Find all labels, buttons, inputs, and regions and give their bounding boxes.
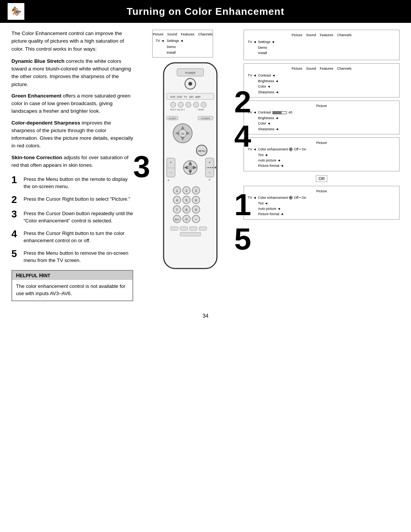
header-icon: 🏇 (8, 3, 24, 20)
svg-text:P: P (209, 179, 211, 181)
intro-paragraph: The Color Enhancement control can improv… (11, 30, 133, 53)
svg-text:+: + (170, 160, 172, 165)
svg-text:AMP: AMP (195, 96, 201, 98)
svg-text:6: 6 (195, 198, 197, 202)
right-column: 2 4 3 1 5 PictureSoundFeaturesChannels T… (141, 30, 400, 301)
svg-text:INPUT: INPUT (170, 109, 177, 111)
step-1: 1 Press the Menu button on the remote to… (11, 174, 133, 190)
svg-rect-76 (199, 227, 207, 230)
svg-text:2: 2 (185, 189, 187, 193)
svg-text:DEMO: DEMO (198, 109, 204, 111)
or-divider: OR (316, 175, 327, 182)
steps-section: 1 Press the Menu button on the remote to… (11, 174, 133, 264)
svg-rect-77 (180, 232, 201, 236)
svg-point-43 (188, 165, 193, 170)
diagram-1-body: TV ◄ Settings ◄ Demo Install (156, 38, 210, 56)
big-number-3: 3 (133, 152, 150, 182)
big-number-2: 2 (234, 87, 252, 117)
svg-text:−: − (209, 171, 211, 175)
main-content: The Color Enhancement control can improv… (0, 30, 411, 301)
svg-text:5: 5 (185, 198, 187, 202)
svg-text:0: 0 (185, 217, 187, 221)
page-header: 🏇 Turning on Color Enhancement (0, 0, 411, 23)
left-column: The Color Enhancement control can improv… (11, 30, 133, 301)
step-5-number: 5 (11, 248, 20, 259)
hint-text: The color enhancement control is not ava… (12, 280, 132, 300)
step-2: 2 Press the Cursor Right button to selec… (11, 194, 133, 205)
svg-point-13 (178, 102, 183, 107)
svg-text:−: − (195, 217, 197, 221)
svg-text:SLEEP: SLEEP (169, 117, 176, 120)
svg-text:DVD: DVD (177, 96, 182, 98)
svg-point-15 (193, 102, 199, 107)
remote-wrapper: 2 4 3 1 5 PictureSoundFeaturesChannels T… (141, 30, 240, 301)
svg-text:9: 9 (195, 208, 197, 212)
step-4: 4 Press the Cursor Right button to turn … (11, 228, 133, 244)
feature-dynamic-blue: Dynamic Blue Stretch corrects the white … (11, 58, 133, 88)
svg-text:7: 7 (176, 208, 178, 212)
feature-green-enhancement: Green Enhancement offers a more saturate… (11, 92, 133, 115)
svg-point-14 (186, 102, 191, 107)
diagram-step3: Picture TV ◄ Contrast 40 Brightness ◄ Co… (244, 101, 400, 134)
svg-text:OK: OK (181, 133, 185, 135)
svg-text:+: + (209, 160, 211, 165)
diagram-step4b: Picture TV ◄ Color enhancement Off • On … (244, 186, 400, 220)
diagram-step1: PictureSoundFeaturesChannels TV ◄ Settin… (244, 30, 400, 60)
step-2-number: 2 (11, 194, 20, 205)
step-5-text: Press the Menu button to remove the on-s… (24, 248, 133, 264)
big-number-4: 4 (234, 121, 252, 152)
svg-rect-75 (190, 227, 197, 230)
svg-text:VCR: VCR (170, 96, 175, 98)
svg-point-5 (188, 82, 192, 86)
hint-box: HELPFUL HINT The color enhancement contr… (11, 270, 133, 301)
big-number-1: 1 (234, 190, 252, 220)
feature-color-sharpness: Color-dependent Sharpness improves the s… (11, 119, 133, 150)
svg-point-12 (170, 102, 176, 107)
svg-text:1: 1 (176, 189, 178, 193)
svg-text:◄: ◄ (167, 179, 169, 181)
svg-text:4: 4 (176, 198, 178, 202)
svg-text:SELECT: SELECT (177, 109, 185, 111)
diagram-1: PictureSoundFeaturesChannels TV ◄ Settin… (152, 30, 213, 58)
svg-text:POWER: POWER (185, 72, 195, 74)
diagram-step4a: Picture TV ◄ Color enhancement Off • On … (244, 137, 400, 171)
diagram-1-header: PictureSoundFeaturesChannels (156, 32, 210, 37)
step-4-text: Press the Cursor Right button to turn th… (24, 228, 133, 244)
hint-title: HELPFUL HINT (12, 271, 132, 280)
big-number-5: 5 (234, 224, 252, 254)
svg-rect-73 (170, 227, 178, 230)
diagram-step2: PictureSoundFeaturesChannels TV ◄ Contra… (244, 63, 400, 97)
menu-diagrams: PictureSoundFeaturesChannels TV ◄ Settin… (244, 30, 400, 301)
svg-point-16 (201, 102, 206, 107)
step-3: 3 Press the Cursor Down button repeatedl… (11, 209, 133, 225)
svg-text:MENU: MENU (198, 150, 206, 152)
remote-control-svg: POWER VCR DVD TV SAT AMP INPUT S (152, 59, 228, 272)
svg-text:AV+: AV+ (175, 218, 179, 221)
step-3-number: 3 (11, 209, 20, 220)
step-1-number: 1 (11, 174, 20, 185)
svg-text:8: 8 (185, 208, 187, 212)
step-4-number: 4 (11, 228, 20, 240)
page-title: Turning on Color Enhancement (30, 6, 381, 18)
svg-rect-74 (180, 227, 188, 230)
svg-text:−: − (170, 171, 172, 175)
step-3-text: Press the Cursor Down button repeatedly … (24, 209, 133, 225)
step-5: 5 Press the Menu button to remove the on… (11, 248, 133, 264)
svg-text:SAT: SAT (189, 96, 194, 98)
svg-text:SCREEN: SCREEN (201, 117, 210, 120)
step-2-text: Press the Cursor Right button to select … (24, 194, 130, 203)
svg-text:TV: TV (184, 96, 187, 98)
step-1-text: Press the Menu button on the remote to d… (24, 174, 133, 190)
feature-skin-tone: Skin-tone Correction adjusts for over sa… (11, 154, 133, 169)
svg-text:3: 3 (195, 189, 197, 193)
page-number: 34 (0, 313, 411, 319)
